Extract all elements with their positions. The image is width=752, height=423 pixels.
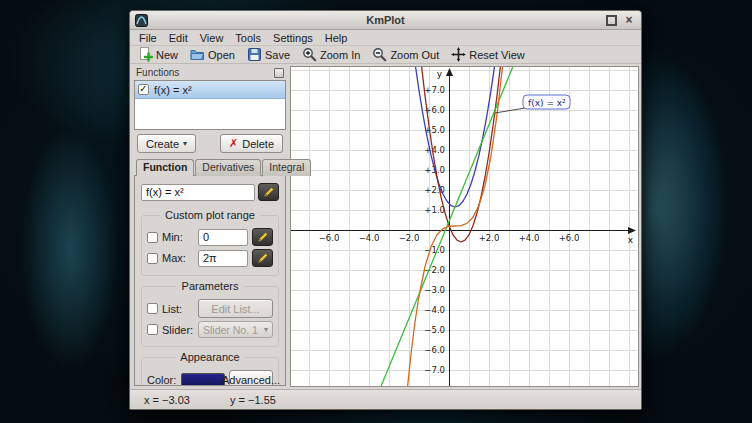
min-input[interactable] xyxy=(198,229,248,246)
svg-text:−1.0: −1.0 xyxy=(424,245,445,255)
window-buttons: × xyxy=(604,14,636,27)
tab-integral[interactable]: Integral xyxy=(262,159,311,176)
close-button[interactable]: × xyxy=(622,14,636,27)
plot-curve-orange xyxy=(407,67,503,387)
reset-view-icon xyxy=(451,47,466,62)
equation-input[interactable] xyxy=(141,184,255,201)
statusbar: x = −3.03 y = −1.55 xyxy=(130,389,641,409)
svg-text:−4.0: −4.0 xyxy=(424,305,445,315)
slider-select-value: Slider No. 1 xyxy=(203,324,258,336)
save-icon xyxy=(247,47,262,62)
parameter-slider-label: Slider: xyxy=(162,324,194,336)
menubar: FileEditViewToolsSettingsHelp xyxy=(130,30,641,46)
window-titlebar[interactable]: KmPlot × xyxy=(130,11,641,30)
kmplot-window: KmPlot × FileEditViewToolsSettingsHelp N… xyxy=(129,10,642,410)
functions-dock-header: Functions xyxy=(132,66,288,80)
open-button[interactable]: Open xyxy=(188,47,237,63)
menu-edit[interactable]: Edit xyxy=(164,32,193,44)
parameters-title: Parameters xyxy=(177,280,244,292)
toolbar-button-label: Open xyxy=(208,49,235,61)
tab-function[interactable]: Function xyxy=(136,159,194,176)
max-input[interactable] xyxy=(198,250,248,267)
svg-text:−7.0: −7.0 xyxy=(424,365,445,375)
toolbar-button-label: Save xyxy=(265,49,290,61)
maximize-icon xyxy=(606,15,617,26)
menu-help[interactable]: Help xyxy=(320,32,353,44)
svg-text:+7.0: +7.0 xyxy=(424,85,445,95)
zoom-in-button[interactable]: Zoom In xyxy=(300,47,362,63)
svg-text:+5.0: +5.0 xyxy=(424,125,445,135)
min-checkbox[interactable] xyxy=(147,232,158,243)
function-list-item[interactable]: f(x) = x² xyxy=(135,81,285,99)
toolbar: NewOpenSaveZoom InZoom OutReset View xyxy=(130,46,641,64)
slider-select[interactable]: Slider No. 1 ▾ xyxy=(198,321,273,338)
svg-text:−3.0: −3.0 xyxy=(424,285,445,295)
svg-text:−4.0: −4.0 xyxy=(359,233,380,243)
function-visible-checkbox[interactable] xyxy=(138,84,149,95)
chevron-down-icon: ▾ xyxy=(264,325,268,334)
custom-plot-range-group: Custom plot range Min: Max: xyxy=(141,215,279,276)
menu-file[interactable]: File xyxy=(134,32,162,44)
parameters-group: Parameters List: Edit List... Slider: xyxy=(141,286,279,347)
plot-area[interactable]: xy−6.0−4.0−2.0+2.0+4.0+6.0+7.0+6.0+5.0+4… xyxy=(290,66,639,387)
menu-settings[interactable]: Settings xyxy=(268,32,318,44)
save-button[interactable]: Save xyxy=(245,47,292,63)
zoom-in-icon xyxy=(302,47,317,62)
toolbar-button-label: Zoom Out xyxy=(390,49,439,61)
color-swatch[interactable] xyxy=(181,373,225,387)
parameter-list-checkbox[interactable] xyxy=(147,303,158,314)
parameter-list-label: List: xyxy=(162,303,194,315)
function-tabs: FunctionDerivativesIntegral xyxy=(132,159,288,176)
axes xyxy=(291,74,630,387)
min-row: Min: xyxy=(147,228,273,246)
app-icon xyxy=(135,14,148,27)
new-button[interactable]: New xyxy=(136,47,180,63)
pencil-icon xyxy=(257,231,269,243)
svg-text:−6.0: −6.0 xyxy=(424,345,445,355)
delete-icon: ✗ xyxy=(229,138,238,149)
window-title: KmPlot xyxy=(130,14,641,26)
chevron-down-icon: ▾ xyxy=(183,139,187,148)
min-edit-button[interactable] xyxy=(252,228,273,246)
reset-view-button[interactable]: Reset View xyxy=(449,47,526,63)
parameter-slider-row: Slider: Slider No. 1 ▾ xyxy=(147,321,273,338)
appearance-title: Appearance xyxy=(175,351,244,363)
functions-dock: Functions f(x) = x² Create ▾ ✗ Delete Fu… xyxy=(132,66,288,387)
cursor-y-readout: y = −1.55 xyxy=(230,394,276,406)
menu-view[interactable]: View xyxy=(195,32,229,44)
svg-text:−5.0: −5.0 xyxy=(424,325,445,335)
min-label: Min: xyxy=(162,231,194,243)
function-tab-panel: Custom plot range Min: Max: xyxy=(134,175,286,386)
custom-plot-range-title: Custom plot range xyxy=(160,209,260,221)
svg-text:+2.0: +2.0 xyxy=(479,233,500,243)
delete-button-label: Delete xyxy=(242,138,274,150)
x-axis-letter: x xyxy=(628,235,634,245)
edit-list-button-label: Edit List... xyxy=(211,303,259,315)
menu-tools[interactable]: Tools xyxy=(230,32,266,44)
dock-float-button[interactable] xyxy=(274,68,284,78)
function-actions: Create ▾ ✗ Delete xyxy=(132,130,288,156)
svg-text:−6.0: −6.0 xyxy=(319,233,340,243)
create-button-label: Create xyxy=(146,138,179,150)
advanced-button[interactable]: Advanced... xyxy=(229,370,273,386)
plot-canvas: xy−6.0−4.0−2.0+2.0+4.0+6.0+7.0+6.0+5.0+4… xyxy=(291,67,637,387)
equation-edit-button[interactable] xyxy=(258,183,279,201)
main-area: Functions f(x) = x² Create ▾ ✗ Delete Fu… xyxy=(130,64,641,389)
max-edit-button[interactable] xyxy=(252,249,273,267)
x-axis-arrow xyxy=(628,227,636,234)
svg-text:+4.0: +4.0 xyxy=(424,145,445,155)
create-button[interactable]: Create ▾ xyxy=(137,134,196,153)
function-list[interactable]: f(x) = x² xyxy=(134,80,286,130)
svg-text:+4.0: +4.0 xyxy=(519,233,540,243)
delete-button[interactable]: ✗ Delete xyxy=(220,134,283,153)
tab-derivatives[interactable]: Derivatives xyxy=(195,159,261,176)
pencil-icon xyxy=(263,186,275,198)
edit-list-button[interactable]: Edit List... xyxy=(198,299,273,318)
max-checkbox[interactable] xyxy=(147,253,158,264)
toolbar-button-label: Reset View xyxy=(469,49,524,61)
zoom-out-button[interactable]: Zoom Out xyxy=(370,47,441,63)
maximize-button[interactable] xyxy=(604,14,618,27)
appearance-group: Appearance Color: Advanced... xyxy=(141,357,279,386)
parameter-slider-checkbox[interactable] xyxy=(147,324,158,335)
function-label-text: f(x) = x² xyxy=(528,98,566,108)
